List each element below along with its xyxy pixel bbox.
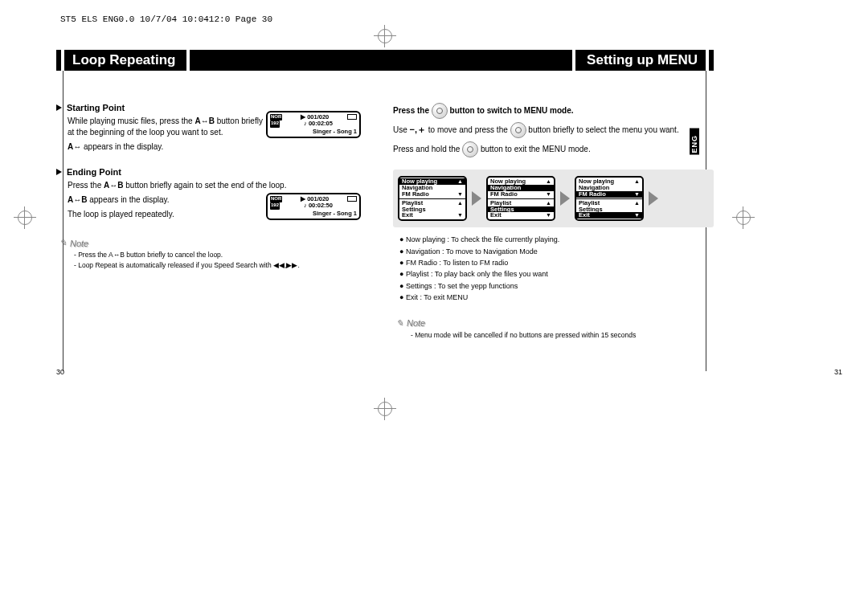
menu-button-icon (462, 141, 478, 157)
note-body-left: - Press the A↔B button briefly to cancel… (74, 250, 361, 271)
menu-line2: Use −,＋ to move and press the button bri… (393, 122, 714, 138)
triangle-icon (56, 104, 62, 111)
note-heading-right: ✎ Note (396, 318, 714, 329)
arrow-icon (649, 191, 658, 206)
arrow-icon (472, 191, 481, 206)
ending-point-body: Press the A↔B button briefly again to se… (56, 180, 361, 220)
title-bar: Loop Repeating Setting up MENU (56, 50, 714, 71)
menu-button-icon (510, 122, 526, 138)
registration-mark-right (736, 210, 751, 225)
registration-mark-top (378, 29, 392, 43)
lcd-screen-1: NOR▶ 001/020 192♪ 00:02:05 Singer - Song… (266, 111, 361, 138)
menu-screens-strip: Now playing▲ Navigation FM Radio▼ Playli… (393, 170, 714, 227)
note-body-right: - Menu mode will be cancelled if no butt… (411, 330, 714, 341)
triangle-icon (56, 169, 62, 175)
menu-line3: Press and hold the button to exit the ME… (393, 141, 714, 157)
note-heading-left: ✎ Note (59, 238, 361, 248)
page-left: Starting Point NOR▶ 001/020 192♪ 00:02:0… (56, 103, 385, 340)
registration-mark-bottom (378, 402, 392, 416)
ending-point-heading: Ending Point (56, 167, 361, 177)
language-tab: ENG (690, 129, 699, 155)
mini-screen-3: Now playing▲ Navigation FM Radio▼ Playli… (575, 176, 644, 221)
print-header: ST5 ELS ENG0.0 10/7/04 10:0412:0 Page 30 (60, 14, 272, 24)
menu-bullets: Now playing : To check the file currentl… (399, 234, 714, 303)
registration-mark-left (18, 210, 32, 225)
mini-screen-2: Now playing▲ Navigation FM Radio▼ Playli… (486, 176, 555, 221)
page-right: Press the button to switch to MENU mode.… (385, 103, 714, 340)
title-left: Loop Repeating (64, 50, 186, 71)
page-number-left: 30 (56, 368, 64, 376)
mini-screen-1: Now playing▲ Navigation FM Radio▼ Playli… (398, 176, 467, 221)
lcd-screen-2: NOR▶ 001/020 192♪ 00:02:50 Singer - Song… (266, 193, 361, 220)
pencil-icon: ✎ (396, 318, 403, 329)
title-right: Setting up MENU (575, 50, 706, 71)
starting-point-body: NOR▶ 001/020 192♪ 00:02:05 Singer - Song… (56, 116, 361, 153)
pencil-icon: ✎ (59, 238, 67, 248)
arrow-icon (560, 191, 570, 206)
page-number-right: 31 (834, 368, 842, 376)
menu-button-icon (432, 103, 448, 119)
menu-line1: Press the button to switch to MENU mode. (393, 103, 714, 119)
content-area: Loop Repeating Setting up MENU Starting … (56, 50, 714, 340)
